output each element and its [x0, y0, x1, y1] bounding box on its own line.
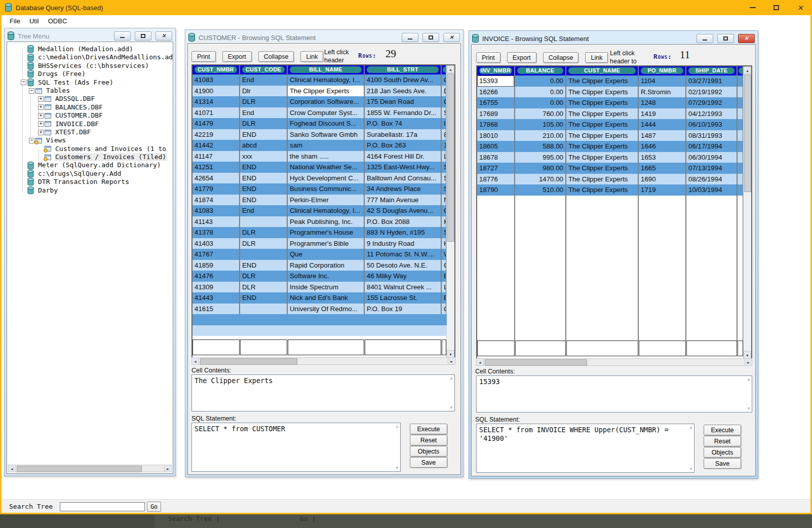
grid-cell[interactable]: 41779 [192, 183, 239, 195]
scroll-down-button[interactable]: ▼ [447, 350, 454, 358]
tree-item[interactable]: Customers and Invoices (1 to [8, 145, 172, 153]
column-header-partial[interactable] [738, 66, 743, 76]
invoice-close-button[interactable]: ✕ [738, 34, 755, 43]
grid-cell[interactable]: DLR [240, 96, 287, 107]
grid-cell[interactable]: 15393 [477, 76, 514, 87]
grid-cell[interactable]: 18790 [477, 184, 514, 196]
grid-cell[interactable]: S [442, 162, 446, 173]
grid-cell[interactable]: 41143 [192, 216, 239, 228]
grid-cell[interactable]: K [442, 216, 446, 228]
grid-cell[interactable]: 41083 [192, 205, 239, 216]
objects-button[interactable]: Objects [410, 446, 447, 457]
grid-cell[interactable]: H [442, 238, 446, 249]
customer-cell-contents-box[interactable]: The Clipper Experts ▲ ▼ [191, 374, 455, 411]
grid-cell[interactable]: End [240, 74, 287, 86]
scroll-down-button[interactable]: ▼ [744, 351, 751, 359]
column-header-BILL_STRT[interactable]: BILL_STRT [365, 65, 441, 74]
reset-button[interactable]: Reset [410, 435, 447, 445]
grid-cell[interactable]: 41314 [192, 96, 239, 107]
grid-cell[interactable]: C [442, 205, 446, 216]
grid-cell[interactable]: The Clipper Experts [566, 184, 638, 196]
tree-item[interactable]: +INVOICE.DBF [8, 120, 172, 128]
grid-cell[interactable]: END [240, 173, 287, 184]
grid-cell[interactable]: 9 Industry Road [365, 238, 441, 249]
grid-cell[interactable]: I [442, 118, 446, 129]
column-header-SHIP_DATE[interactable]: SHIP_DATE [686, 66, 737, 76]
grid-cell[interactable]: 41476 [192, 271, 239, 282]
minimize-button[interactable] [741, 0, 764, 15]
grid-cell[interactable]: 08/26/1994 [686, 174, 737, 185]
grid-cell[interactable]: The Clipper Experts [566, 76, 638, 87]
grid-cell[interactable]: 41403 [192, 238, 239, 249]
grid-cell[interactable]: C [442, 260, 446, 271]
grid-cell[interactable]: The Clipper Experts [288, 86, 364, 97]
grid-cell[interactable]: 46 Milky Way [365, 271, 441, 282]
grid-cell[interactable]: 41309 [192, 282, 239, 293]
tree-item[interactable]: Medallion (Medalion.add) [8, 45, 172, 53]
menu-item-odbc[interactable]: ODBC [44, 17, 72, 25]
grid-cell[interactable]: DLR [240, 271, 287, 282]
grid-cell[interactable]: END [240, 129, 287, 140]
grid-cell[interactable]: 18776 [477, 174, 514, 185]
tree-close-button[interactable]: ✕ [156, 31, 172, 41]
expand-box[interactable]: + [38, 96, 44, 102]
column-header-INV_NMBR[interactable]: INV_NMBR [477, 66, 514, 76]
grid-cell[interactable] [738, 76, 743, 87]
scroll-right-button[interactable]: ► [164, 465, 172, 472]
export-button[interactable]: Export [507, 52, 536, 63]
scroll-left-button[interactable]: ◄ [476, 358, 484, 366]
scroll-right-button[interactable]: ► [448, 357, 455, 365]
scrollbar-thumb[interactable] [744, 74, 751, 192]
grid-cell[interactable]: The Clipper Experts [566, 174, 638, 185]
grid-cell[interactable]: 06/10/1993 [686, 119, 737, 130]
expand-box[interactable]: + [38, 113, 44, 119]
save-button[interactable]: Save [410, 457, 447, 468]
grid-cell[interactable]: 18010 [477, 130, 514, 141]
grid-cell[interactable]: The Clipper Experts [566, 97, 638, 108]
grid-cell[interactable]: Clinical Hematology, I... [288, 74, 364, 86]
tree-item[interactable]: −Views [8, 136, 172, 144]
tree-hscrollbar[interactable]: ◄ ► [8, 465, 172, 472]
grid-cell[interactable]: E [442, 292, 446, 304]
customer-hscrollbar[interactable]: ◄ ► [191, 357, 455, 365]
grid-cell[interactable]: 510.00 [515, 184, 565, 196]
column-header-PO_NMBR[interactable]: PO_NMBR [639, 66, 685, 76]
grid-cell[interactable]: 155 Lacrosse St. [365, 292, 441, 304]
close-button[interactable]: ✕ [788, 0, 812, 15]
grid-cell[interactable]: S [442, 173, 446, 184]
grid-cell[interactable]: 883 N Hyden, #195 [365, 227, 441, 238]
grid-cell[interactable]: 1487 [639, 130, 685, 141]
grid-cell[interactable]: Hyck Development C... [288, 173, 364, 184]
scroll-down-icon[interactable]: ▼ [449, 405, 453, 410]
grid-cell[interactable]: 42219 [192, 129, 239, 140]
grid-cell[interactable]: the sham ..... [288, 151, 364, 162]
grid-cell[interactable]: Sanko Software Gmbh [288, 129, 364, 140]
customer-close-button[interactable]: ✕ [443, 33, 460, 42]
grid-cell[interactable]: DLR [240, 238, 287, 249]
invoice-cell-contents-box[interactable]: 15393 ▲ ▼ [476, 375, 752, 412]
grid-cell[interactable]: 07/29/1992 [686, 97, 737, 108]
grid-cell[interactable]: 1 [442, 140, 446, 151]
grid-cell[interactable]: 4164 Forest Hill Dr. [365, 151, 441, 162]
scroll-left-button[interactable]: ◄ [191, 357, 199, 365]
grid-cell[interactable]: END [240, 195, 287, 206]
grid-cell[interactable]: 07/13/1994 [686, 163, 737, 174]
grid-cell[interactable]: 03/27/1991 [686, 76, 737, 87]
grid-cell[interactable]: W [442, 249, 446, 260]
grid-cell[interactable]: Business Communic... [288, 183, 364, 195]
grid-cell[interactable] [738, 108, 743, 120]
collapse-button[interactable]: Collapse [258, 51, 294, 62]
grid-cell[interactable]: END [240, 292, 287, 304]
grid-cell[interactable]: 10/03/1994 [686, 184, 737, 196]
grid-cell[interactable]: The Clipper Experts [566, 119, 638, 130]
grid-cell[interactable]: Que [288, 249, 364, 260]
invoice-hscrollbar[interactable]: ◄ ► [476, 358, 752, 366]
grid-cell[interactable]: 16266 [477, 87, 514, 98]
column-header-CUST_NAME[interactable]: CUST_NAME [566, 66, 638, 76]
scrollbar-thumb[interactable] [200, 358, 297, 365]
grid-cell[interactable]: Perkin-Elmer [288, 195, 364, 206]
grid-cell[interactable]: 41147 [192, 151, 239, 162]
grid-cell[interactable]: C [442, 96, 446, 107]
grid-cell[interactable]: R.Stromin [639, 87, 685, 98]
tree-item[interactable]: BHSServices (c:\bhsservices) [8, 62, 172, 70]
